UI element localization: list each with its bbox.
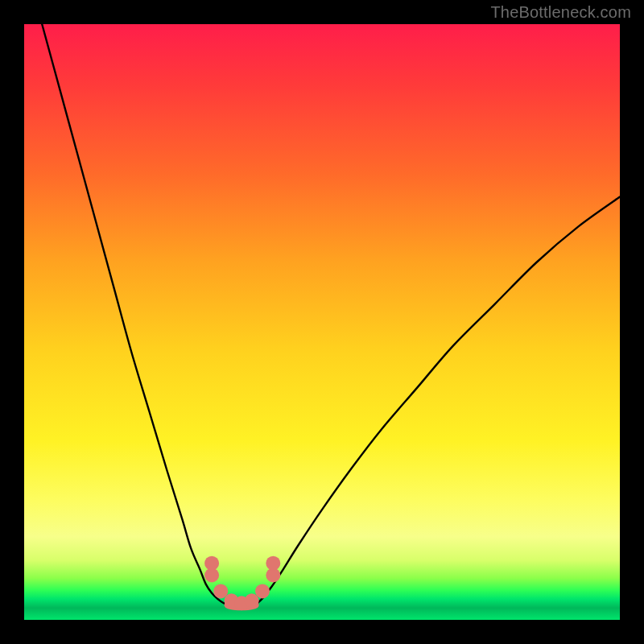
valley-dot	[255, 584, 270, 598]
valley-dot	[204, 556, 219, 571]
valley-dots-group	[204, 556, 280, 611]
chart-overlay	[24, 24, 620, 620]
right-curve-path	[255, 197, 620, 605]
outer-frame: TheBottleneck.com	[0, 0, 644, 644]
valley-dot	[266, 556, 280, 571]
left-curve-path	[42, 24, 228, 605]
watermark-text: TheBottleneck.com	[490, 3, 631, 22]
